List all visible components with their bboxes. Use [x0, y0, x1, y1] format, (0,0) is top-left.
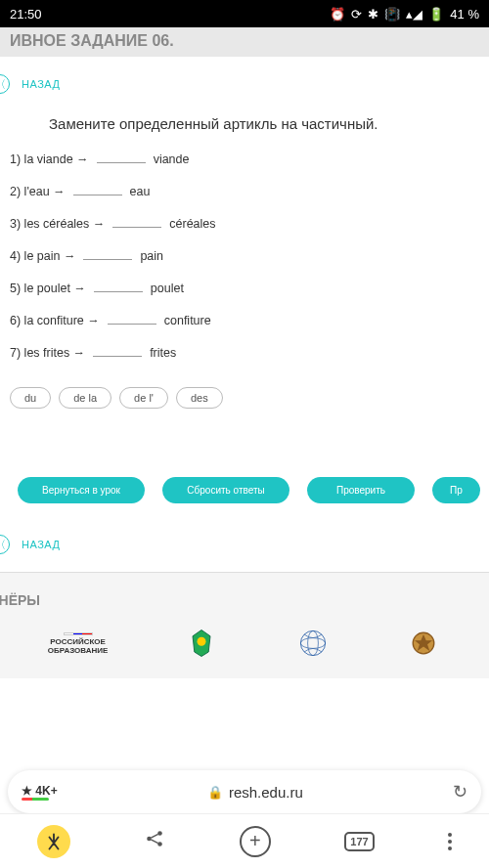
exercise-left: la confiture → [21, 314, 100, 327]
exercise-row: 5) le poulet → poulet [10, 279, 479, 295]
exercise-right: frites [150, 346, 176, 360]
exercise-right: eau [130, 185, 151, 198]
answer-blank[interactable] [108, 311, 156, 325]
status-time: 21:50 [10, 7, 42, 22]
back-link-top[interactable]: 〈 НАЗАД [0, 57, 489, 106]
exercise-row: 6) la confiture → confiture [10, 311, 479, 327]
back-link-bottom[interactable]: 〈 НАЗАД [0, 517, 489, 566]
svg-point-5 [147, 836, 152, 841]
exercise-right: confiture [164, 314, 211, 327]
partners-title: ТНЁРЫ [0, 592, 489, 626]
exercise-num: 4) [10, 249, 21, 263]
partner-text: ОБРАЗОВАНИЕ [48, 647, 109, 656]
rating-value: ★ 4K+ [22, 784, 58, 798]
sync-icon: ⟳ [351, 7, 362, 22]
partner-logo-globe[interactable] [295, 626, 331, 663]
site-rating[interactable]: ★ 4K+ [22, 784, 58, 801]
return-to-lesson-button[interactable]: Вернуться в урок [18, 477, 145, 503]
answer-blank[interactable] [112, 214, 161, 228]
status-icons: ⏰ ⟳ ✱ 📳 ▴◢ 🔋 41 % [330, 7, 479, 22]
url-display[interactable]: 🔒 resh.edu.ru [67, 784, 443, 801]
yandex-logo-icon [45, 833, 63, 850]
bluetooth-icon: ✱ [368, 7, 378, 22]
back-label: НАЗАД [22, 539, 60, 550]
battery-percent: 41 % [450, 7, 479, 22]
chevron-left-icon: 〈 [0, 538, 6, 552]
answer-blank[interactable] [94, 279, 143, 292]
globe-icon [295, 626, 331, 661]
check-button[interactable]: Проверить [307, 477, 415, 503]
browser-address-bar[interactable]: ★ 4K+ 🔒 resh.edu.ru ↻ [8, 770, 481, 813]
exercise-row: 2) l'eau → eau [10, 182, 479, 198]
svg-point-0 [197, 637, 205, 646]
new-tab-button[interactable]: + [240, 826, 271, 857]
chip-option[interactable]: de la [59, 387, 111, 409]
browser-nav-bar: + 177 [0, 813, 489, 868]
exercise-right: pain [140, 249, 163, 263]
partner-logo-badge[interactable] [406, 626, 441, 663]
exercise-right: viande [154, 152, 190, 166]
partners-logos: РОССИЙСКОЕ ОБРАЗОВАНИЕ [0, 626, 489, 678]
share-icon [144, 828, 165, 849]
svg-point-2 [300, 638, 325, 649]
exercise-num: 6) [10, 314, 21, 327]
back-circle-icon: 〈 [0, 74, 10, 94]
url-text: resh.edu.ru [229, 784, 303, 801]
chip-option[interactable]: des [176, 387, 223, 409]
action-buttons: Вернуться в урок Сбросить ответы Провери… [0, 438, 489, 517]
answer-chips: du de la de l' des [0, 375, 489, 438]
reset-answers-button[interactable]: Сбросить ответы [162, 477, 289, 503]
battery-icon: 🔋 [428, 7, 444, 22]
refresh-icon[interactable]: ↻ [453, 781, 467, 803]
exercise-list: 1) la viande → viande 2) l'eau → eau 3) … [0, 150, 489, 360]
exercise-right: poulet [151, 282, 184, 295]
action-button-cut[interactable]: Пр [432, 477, 480, 503]
chip-option[interactable]: de l' [119, 387, 168, 409]
dot-icon [448, 833, 452, 837]
answer-blank[interactable] [93, 343, 142, 357]
alarm-icon: ⏰ [330, 7, 345, 22]
russia-flag-icon [64, 632, 93, 635]
back-label: НАЗАД [22, 78, 60, 90]
dot-icon [448, 840, 452, 844]
chip-option[interactable]: du [10, 387, 51, 409]
emblem-icon [184, 626, 219, 661]
exercise-row: 3) les céréales → céréales [10, 214, 479, 231]
exercise-num: 1) [10, 152, 21, 166]
exercise-left: la viande → [21, 152, 89, 166]
exercise-right: céréales [169, 217, 215, 231]
svg-point-3 [307, 630, 318, 655]
svg-line-8 [152, 834, 158, 838]
exercise-num: 3) [10, 217, 21, 231]
yandex-home-button[interactable] [37, 825, 70, 858]
exercise-row: 1) la viande → viande [10, 150, 479, 166]
exercise-instruction: Замените определенный артикль на частичн… [0, 106, 489, 150]
main-content: 〈 НАЗАД Замените определенный артикль на… [0, 57, 489, 678]
exercise-left: le pain → [21, 249, 75, 263]
exercise-num: 7) [10, 346, 21, 360]
svg-point-6 [157, 831, 162, 836]
tabs-button[interactable]: 177 [344, 832, 374, 851]
chevron-left-icon: 〈 [0, 77, 6, 92]
lock-icon: 🔒 [207, 785, 223, 800]
exercise-left: le poulet → [21, 282, 86, 295]
back-circle-icon: 〈 [0, 535, 10, 554]
answer-blank[interactable] [73, 182, 122, 195]
menu-button[interactable] [448, 833, 452, 850]
exercise-num: 5) [10, 282, 21, 295]
share-button[interactable] [144, 828, 165, 855]
page-header-truncated: ИВНОЕ ЗАДАНИЕ 06. [0, 27, 489, 57]
partner-logo-emblem[interactable] [184, 626, 219, 663]
answer-blank[interactable] [83, 246, 132, 260]
exercise-num: 2) [10, 185, 21, 198]
android-status-bar: 21:50 ⏰ ⟳ ✱ 📳 ▴◢ 🔋 41 % [0, 0, 489, 27]
signal-icon: ▴◢ [406, 7, 422, 22]
dot-icon [448, 846, 452, 850]
answer-blank[interactable] [97, 150, 146, 163]
partners-section: ТНЁРЫ РОССИЙСКОЕ ОБРАЗОВАНИЕ [0, 572, 489, 678]
svg-point-7 [157, 842, 162, 846]
exercise-left: l'eau → [21, 185, 65, 198]
exercise-row: 4) le pain → pain [10, 246, 479, 263]
partner-logo-rusedu[interactable]: РОССИЙСКОЕ ОБРАЗОВАНИЕ [48, 632, 109, 656]
exercise-row: 7) les frites → frites [10, 343, 479, 360]
